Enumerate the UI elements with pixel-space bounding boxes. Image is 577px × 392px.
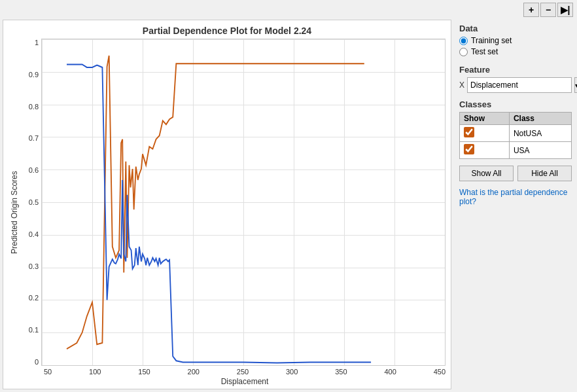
show-all-button[interactable]: Show All: [459, 166, 514, 181]
y-axis-label: Predicted Origin Scores: [9, 39, 20, 386]
chart-title: Partial Dependence Plot for Model 2.24: [9, 26, 446, 36]
chart-canvas: [41, 39, 446, 366]
feature-dropdown-button[interactable]: ▾: [574, 77, 577, 93]
not-usa-checkbox[interactable]: [464, 127, 474, 137]
classes-section-title: Classes: [459, 99, 572, 109]
classes-section: Classes Show Class NotUSA: [459, 99, 572, 159]
table-row: NotUSA: [460, 125, 572, 142]
test-set-input[interactable]: [459, 48, 468, 56]
test-set-radio[interactable]: Test set: [459, 47, 572, 56]
feature-x-label: X: [459, 80, 464, 90]
table-row: USA: [460, 142, 572, 159]
training-set-input[interactable]: [459, 37, 468, 45]
right-panel: Data Training set Test set Feature X ▾ C…: [454, 20, 577, 392]
class-header: Class: [509, 113, 571, 125]
usa-checkbox[interactable]: [464, 144, 474, 154]
zoom-in-button[interactable]: +: [523, 3, 539, 17]
test-set-label: Test set: [471, 47, 498, 56]
not-usa-class-label: NotUSA: [509, 125, 571, 142]
usa-class-label: USA: [509, 142, 571, 159]
not-usa-line: [67, 56, 364, 349]
show-header: Show: [460, 113, 510, 125]
chart-svg: [42, 39, 445, 365]
bottom-rug: [42, 361, 445, 365]
data-section-title: Data: [459, 24, 572, 33]
x-axis-label: Displacement: [44, 376, 446, 386]
next-button[interactable]: ▶|: [557, 3, 573, 17]
hide-all-button[interactable]: Hide All: [517, 166, 572, 181]
x-ticks: 50 100 150 200 250 300 350 400 450: [44, 366, 446, 376]
chart-area: Partial Dependence Plot for Model 2.24 P…: [3, 20, 451, 389]
training-set-label: Training set: [471, 36, 512, 45]
help-link[interactable]: What is the partial dependence plot?: [459, 188, 572, 206]
zoom-out-button[interactable]: −: [540, 3, 556, 17]
classes-table: Show Class NotUSA US: [459, 112, 572, 159]
feature-input[interactable]: [467, 77, 572, 93]
data-section: Data Training set Test set: [459, 24, 572, 58]
training-set-radio[interactable]: Training set: [459, 36, 572, 45]
usa-checkbox-cell: [460, 142, 510, 159]
feature-section: Feature X ▾: [459, 65, 572, 93]
y-ticks: 1 0.9 0.8 0.7 0.6 0.5 0.4 0.3 0.2 0.1 0: [20, 39, 41, 366]
show-hide-buttons: Show All Hide All: [459, 166, 572, 181]
feature-section-title: Feature: [459, 65, 572, 75]
not-usa-checkbox-cell: [460, 125, 510, 142]
